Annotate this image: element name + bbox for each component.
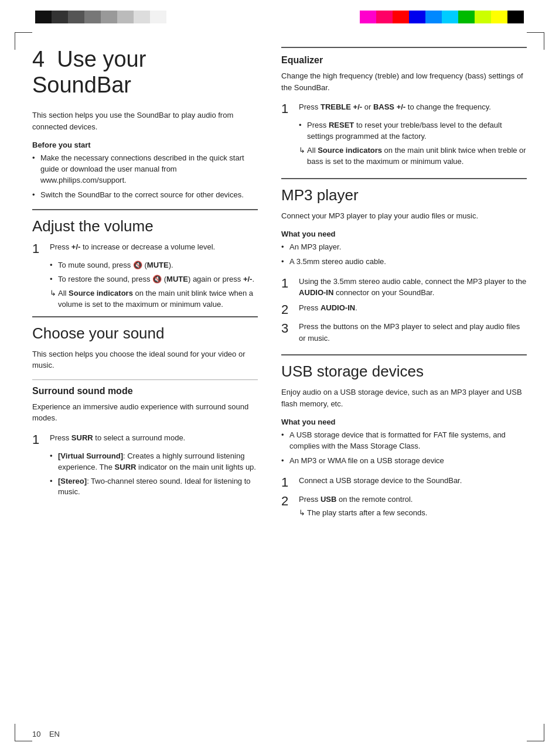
- cb-5: [101, 11, 117, 23]
- surround-sub-2: [Stereo]: Two-channel stereo sound. Idea…: [50, 476, 258, 498]
- adjust-step-1: 1 Press +/- to increase or decrease a vo…: [32, 241, 258, 310]
- eq-step-row: 1 Press TREBLE +/- or BASS +/- to change…: [281, 101, 527, 117]
- usb-step-2-num: 2: [281, 494, 294, 509]
- choose-sound-intro: This section helps you choose the ideal …: [32, 348, 258, 371]
- surround-sub-1: [Virtual Surround]: Creates a highly sur…: [50, 451, 258, 473]
- chapter-title: 4 Use yourSoundBar: [32, 47, 258, 98]
- mp3-step-1-text: Using the 3.5mm stereo audio cable, conn…: [299, 276, 527, 299]
- usb-step-2-arrow: The play starts after a few seconds.: [299, 508, 527, 519]
- usb-step-1-row: 1 Connect a USB storage device to the So…: [281, 475, 527, 490]
- usb-steps: 1 Connect a USB storage device to the So…: [281, 475, 527, 522]
- cbr-3: [393, 11, 409, 23]
- surround-sub-bullets: [Virtual Surround]: Creates a highly sur…: [50, 451, 258, 498]
- corner-tr: [527, 32, 544, 50]
- usb-what-bullets: A USB storage device that is formatted f…: [281, 430, 527, 467]
- mp3-title: MP3 player: [281, 186, 527, 204]
- mp3-step-3-row: 3 Press the buttons on the MP3 player to…: [281, 321, 527, 344]
- usb-step-1-num: 1: [281, 475, 294, 490]
- page-lang: EN: [49, 730, 60, 738]
- cb-3: [68, 11, 84, 23]
- surround-step-1: 1 Press SURR to select a surround mode. …: [32, 432, 258, 498]
- cbr-8: [475, 11, 491, 23]
- adjust-volume-title: Adjust the volume: [32, 217, 258, 235]
- equalizer-top-line: [281, 47, 527, 48]
- mp3-intro: Connect your MP3 player to play your aud…: [281, 210, 527, 222]
- mp3-step-2-text: Press AUDIO-IN.: [299, 302, 527, 314]
- cbr-6: [442, 11, 458, 23]
- usb-step-1-text: Connect a USB storage device to the Soun…: [299, 475, 527, 487]
- before-you-start-label: Before you start: [32, 141, 258, 149]
- cb-8: [150, 11, 166, 23]
- corner-tl: [15, 32, 32, 50]
- mp3-step-3-num: 3: [281, 321, 294, 336]
- page-content: 4 Use yourSoundBar This section helps yo…: [32, 47, 527, 727]
- mp3-divider: [281, 178, 527, 179]
- adjust-sub-3: All Source indicators on the main unit b…: [50, 288, 258, 310]
- usb-step-2-sub: The play starts after a few seconds.: [299, 508, 527, 519]
- adjust-sub-bullets: To mute sound, press 🔇 (MUTE). To restor…: [50, 260, 258, 310]
- cbr-5: [425, 11, 442, 23]
- choose-sound-title: Choose your sound: [32, 324, 258, 343]
- equalizer-intro: Change the high frequency (treble) and l…: [281, 70, 527, 93]
- before-bullet-1: Make the necessary connections described…: [32, 153, 258, 186]
- cb-6: [117, 11, 134, 23]
- step-row-1: 1 Press +/- to increase or decrease a vo…: [32, 241, 258, 256]
- cbr-9: [491, 11, 507, 23]
- usb-need-1: A USB storage device that is formatted f…: [281, 430, 527, 452]
- color-bar-left: [35, 11, 166, 23]
- eq-sub-2: All Source indicators on the main unit b…: [299, 145, 527, 167]
- mp3-need-1: An MP3 player.: [281, 242, 527, 253]
- before-bullet-2: Switch the SoundBar to the correct sourc…: [32, 190, 258, 201]
- usb-step-2-text: Press USB on the remote control.: [299, 495, 413, 504]
- mp3-steps: 1 Using the 3.5mm stereo audio cable, co…: [281, 276, 527, 344]
- choose-sound-divider: [32, 316, 258, 317]
- surround-divider: [32, 379, 258, 380]
- right-column: Equalizer Change the high frequency (tre…: [270, 47, 527, 727]
- corner-br: [527, 724, 544, 741]
- usb-title: USB storage devices: [281, 362, 527, 381]
- eq-step-num: 1: [281, 101, 294, 117]
- intro-text: This section helps you use the SoundBar …: [32, 110, 258, 132]
- usb-step-2-row: 2 Press USB on the remote control. The p…: [281, 494, 527, 521]
- cb-1: [35, 11, 52, 23]
- color-bar-right: [360, 11, 524, 23]
- adjust-sub-1: To mute sound, press 🔇 (MUTE).: [50, 260, 258, 271]
- adjust-volume-divider: [32, 209, 258, 210]
- page-num: 10: [32, 730, 40, 738]
- mp3-step-2-num: 2: [281, 302, 294, 317]
- usb-intro: Enjoy audio on a USB storage device, suc…: [281, 386, 527, 409]
- eq-sub-1: Press RESET to reset your treble/bass le…: [299, 120, 527, 142]
- adjust-sub-2: To restore the sound, press 🔇 (MUTE) aga…: [50, 274, 258, 285]
- cbr-2: [376, 11, 393, 23]
- usb-what-you-need-label: What you need: [281, 418, 527, 426]
- step-num-1: 1: [32, 241, 45, 256]
- mp3-what-bullets: An MP3 player. A 3.5mm stereo audio cabl…: [281, 242, 527, 268]
- eq-step-text: Press TREBLE +/- or BASS +/- to change t…: [299, 101, 527, 113]
- mp3-step-3-text: Press the buttons on the MP3 player to s…: [299, 321, 527, 344]
- mp3-step-2-row: 2 Press AUDIO-IN.: [281, 302, 527, 317]
- cbr-7: [458, 11, 475, 23]
- mp3-what-you-need-label: What you need: [281, 230, 527, 238]
- surround-step-text: Press SURR to select a surround mode.: [50, 432, 258, 444]
- surround-title: Surround sound mode: [32, 386, 258, 396]
- cbr-1: [360, 11, 376, 23]
- cb-7: [134, 11, 150, 23]
- cbr-4: [409, 11, 425, 23]
- usb-need-2: An MP3 or WMA file on a USB storage devi…: [281, 456, 527, 467]
- eq-step-1: 1 Press TREBLE +/- or BASS +/- to change…: [281, 101, 527, 167]
- corner-bl: [15, 724, 32, 741]
- equalizer-title: Equalizer: [281, 55, 527, 66]
- surround-step-row: 1 Press SURR to select a surround mode.: [32, 432, 258, 447]
- left-column: 4 Use yourSoundBar This section helps yo…: [32, 47, 270, 727]
- page-footer: 10 EN: [32, 730, 60, 738]
- before-bullets: Make the necessary connections described…: [32, 153, 258, 200]
- cb-4: [84, 11, 101, 23]
- cb-2: [52, 11, 68, 23]
- surround-step-num: 1: [32, 432, 45, 447]
- cbr-10: [507, 11, 524, 23]
- mp3-need-2: A 3.5mm stereo audio cable.: [281, 256, 527, 268]
- step-text-1: Press +/- to increase or decrease a volu…: [50, 241, 258, 253]
- mp3-step-1-row: 1 Using the 3.5mm stereo audio cable, co…: [281, 276, 527, 299]
- surround-intro: Experience an immersive audio experience…: [32, 401, 258, 424]
- eq-sub-bullets: Press RESET to reset your treble/bass le…: [299, 120, 527, 167]
